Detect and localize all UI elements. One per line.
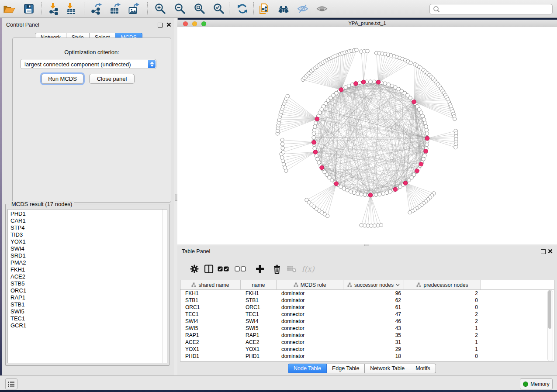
float-window-icon[interactable]	[158, 23, 163, 28]
eye-icon	[316, 3, 328, 14]
mcds-result-item[interactable]: GCR1	[8, 322, 167, 329]
table-cell: 0	[404, 304, 481, 311]
mcds-result-item[interactable]: ACE2	[8, 273, 167, 280]
export-image-button[interactable]	[126, 1, 141, 16]
network-window-titlebar[interactable]: YPA_prune.txt_1	[177, 20, 557, 28]
run-mcds-button[interactable]: Run MCDS	[42, 74, 83, 84]
show-panels-button[interactable]	[5, 378, 17, 389]
scrollbar-thumb[interactable]	[548, 290, 551, 329]
search-network-button[interactable]	[276, 1, 291, 16]
import-network-button[interactable]	[47, 1, 62, 16]
mcds-result-item[interactable]: ORC1	[8, 287, 167, 294]
table-cell: 47	[343, 311, 404, 318]
delete-row-button[interactable]	[270, 262, 284, 275]
mcds-result-item[interactable]: FKH1	[8, 266, 167, 273]
table-row[interactable]: ACE2ACE2connector311	[180, 339, 554, 346]
table-settings-button[interactable]	[188, 262, 201, 275]
toolbar-separator	[253, 2, 254, 15]
table-row[interactable]: STB1STB1dominator620	[180, 297, 554, 304]
tab-motifs[interactable]: Motifs	[410, 364, 436, 373]
mcds-result-item[interactable]: CAR1	[8, 217, 167, 224]
table-row[interactable]: FKH1FKH1dominator962	[180, 290, 554, 297]
unselect-all-columns-button[interactable]	[234, 262, 247, 275]
plus-icon	[256, 265, 264, 273]
list-scrollbar[interactable]	[163, 210, 167, 363]
mcds-result-item[interactable]: YOX1	[8, 238, 167, 245]
export-table-button[interactable]	[107, 1, 122, 16]
show-columns-button[interactable]	[202, 262, 215, 275]
function-builder-button[interactable]: f(x)	[301, 262, 315, 275]
table-scrollbar[interactable]	[547, 290, 553, 361]
import-table-button[interactable]	[64, 1, 79, 16]
float-window-icon[interactable]	[541, 249, 546, 254]
criterion-select[interactable]: largest connected component (undirected)	[20, 59, 156, 69]
search-box[interactable]	[429, 4, 553, 14]
column-header-MCDS-role[interactable]: MCDS role	[277, 280, 343, 289]
criterion-value: largest connected component (undirected)	[24, 61, 131, 68]
floppy-disk-icon	[23, 3, 35, 14]
mcds-result-item[interactable]: TID3	[8, 231, 167, 238]
table-row[interactable]: YOX1YOX1connector291	[180, 346, 554, 353]
tab-network-table[interactable]: Network Table	[365, 364, 410, 373]
column-header-predecessor-nodes[interactable]: predecessor nodes	[404, 280, 481, 289]
mcds-result-list[interactable]: PHD1CAR1STP4TID3YOX1SWI4SRD1PMA2FKH1ACE2…	[7, 209, 167, 363]
save-session-button[interactable]	[21, 1, 36, 16]
select-all-columns-button[interactable]	[217, 262, 230, 275]
zoom-selected-button[interactable]	[211, 1, 226, 16]
open-file-button[interactable]	[2, 1, 17, 16]
table-row[interactable]: ORC1ORC1dominator610	[180, 304, 554, 311]
toolbar-separator	[41, 2, 42, 15]
mcds-result-item[interactable]: STB5	[8, 280, 167, 287]
mcds-result-item[interactable]: RAP1	[8, 294, 167, 301]
mcds-result-item[interactable]: TEC1	[8, 315, 167, 322]
mcds-result-item[interactable]: PMA2	[8, 259, 167, 266]
zoom-in-button[interactable]	[153, 1, 168, 16]
zoom-out-button[interactable]	[173, 1, 187, 16]
memory-button[interactable]: Memory	[520, 378, 553, 389]
reload-icon	[236, 3, 249, 15]
import-network-icon	[48, 3, 60, 15]
table-row[interactable]: RAP1RAP1dominator352	[180, 332, 554, 339]
tab-edge-table[interactable]: Edge Table	[327, 364, 365, 373]
tab-node-table[interactable]: Node Table	[288, 364, 327, 373]
close-panel-button[interactable]: Close panel	[89, 74, 135, 84]
search-input[interactable]	[443, 5, 552, 14]
columns-icon	[204, 265, 214, 273]
show-details-button[interactable]	[315, 1, 329, 16]
table-panel-tabs: Node TableEdge TableNetwork TableMotifs	[288, 364, 436, 373]
column-header-successor-nodes[interactable]: successor nodes	[343, 280, 404, 289]
mcds-result-item[interactable]: PHD1	[8, 210, 167, 217]
table-cell: SWI5	[241, 325, 277, 332]
table-cell: 0	[404, 297, 481, 304]
mcds-result-item[interactable]: STB1	[8, 301, 167, 308]
delete-table-button[interactable]	[285, 262, 298, 275]
table-cell: 18	[343, 353, 404, 360]
table-cell: RAP1	[180, 332, 241, 339]
table-cell: 2	[404, 332, 481, 339]
reload-button[interactable]	[235, 1, 250, 16]
export-network-button[interactable]	[89, 1, 104, 16]
table-row[interactable]: SWI5SWI5connector431	[180, 325, 554, 332]
binoculars-icon	[277, 3, 290, 14]
hide-details-button[interactable]	[295, 1, 310, 16]
mcds-result-item[interactable]: SRD1	[8, 252, 167, 259]
mcds-result-item[interactable]: SWI4	[8, 245, 167, 252]
mcds-result-item[interactable]: STP4	[8, 224, 167, 231]
column-header-name[interactable]: name	[241, 280, 277, 289]
mcds-result-item[interactable]: SWI5	[8, 308, 167, 315]
table-row[interactable]: PHD1PHD1dominator180	[180, 353, 554, 360]
clone-network-button[interactable]	[256, 1, 271, 16]
table-row[interactable]: SWI4SWI4dominator462	[180, 318, 554, 325]
zoom-fit-button[interactable]	[192, 1, 207, 16]
close-panel-icon[interactable]	[166, 22, 171, 27]
add-row-button[interactable]	[253, 262, 266, 275]
table-cell: connector	[277, 325, 343, 332]
column-label: MCDS role	[301, 282, 326, 288]
network-canvas[interactable]	[177, 27, 557, 244]
node-table[interactable]: shared namenameMCDS rolesuccessor nodesp…	[180, 280, 554, 361]
column-header-shared-name[interactable]: shared name	[180, 280, 241, 289]
network-graph	[177, 27, 557, 244]
close-panel-icon[interactable]	[548, 249, 553, 254]
zoom-out-icon	[174, 3, 186, 15]
table-row[interactable]: TEC1TEC1connector472	[180, 311, 554, 318]
